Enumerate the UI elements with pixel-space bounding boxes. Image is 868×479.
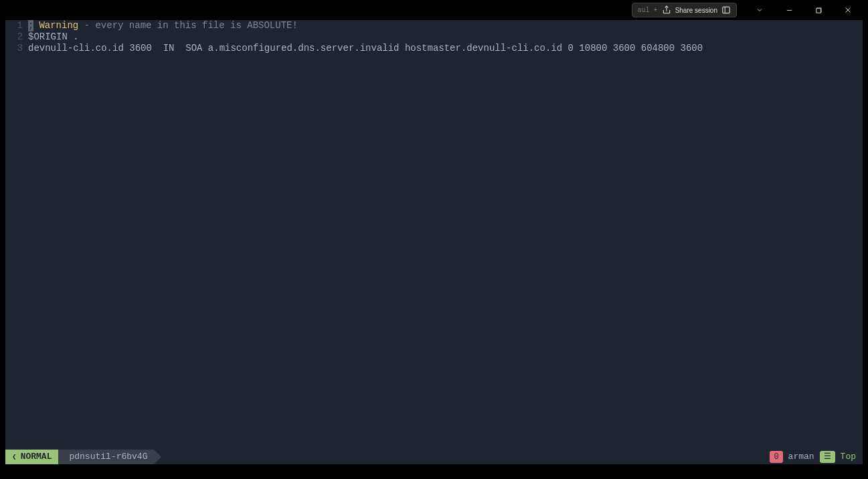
line-number: 3 — [5, 43, 28, 54]
share-session-button[interactable]: Share session — [675, 7, 717, 14]
user-name: arman — [788, 450, 814, 464]
mode-indicator: ❮ NORMAL — [5, 450, 58, 464]
editor-line[interactable]: 1 ; Warning - every name in this file is… — [5, 20, 863, 31]
line-number: 2 — [5, 31, 28, 43]
line-text: $ORIGIN . — [28, 31, 79, 43]
line-text: devnull-cli.co.id 3600 IN SOA a.misconfi… — [28, 43, 703, 54]
editor-pane[interactable]: 1 ; Warning - every name in this file is… — [5, 20, 863, 464]
mode-icon: ❮ — [12, 450, 17, 464]
error-count-badge: 0 — [770, 451, 782, 463]
position-badge: ☰ — [820, 451, 835, 463]
position-text: Top — [841, 450, 856, 464]
editor-line[interactable]: 3 devnull-cli.co.id 3600 IN SOA a.miscon… — [5, 43, 863, 54]
svg-rect-0 — [723, 7, 730, 13]
titlebar-share-group: aul + Share session — [632, 3, 737, 17]
editor-line[interactable]: 2 $ORIGIN . — [5, 31, 863, 43]
error-count: 0 — [774, 450, 778, 464]
share-icon[interactable] — [662, 5, 671, 15]
line-number: 1 — [5, 20, 28, 31]
close-button[interactable] — [833, 0, 863, 20]
position-icon: ☰ — [824, 450, 831, 464]
svg-rect-4 — [816, 8, 820, 12]
window-titlebar: aul + Share session — [0, 0, 868, 20]
minimize-button[interactable] — [774, 0, 804, 20]
status-line: ❮ NORMAL pdnsutil-r6bv4G 0 arman ☰ Top — [5, 450, 863, 464]
cursor: ; — [28, 20, 33, 31]
dropdown-button[interactable] — [745, 0, 774, 20]
window-controls — [745, 0, 863, 20]
panel-toggle-icon[interactable] — [721, 5, 731, 15]
maximize-button[interactable] — [804, 0, 833, 20]
mode-text: NORMAL — [21, 450, 52, 464]
line-text: ; Warning - every name in this file is A… — [28, 20, 298, 31]
filename-text: pdnsutil-r6bv4G — [69, 450, 147, 464]
editor-content[interactable]: 1 ; Warning - every name in this file is… — [5, 20, 863, 450]
filename-segment: pdnsutil-r6bv4G — [58, 450, 154, 464]
titlebar-hint: aul + — [638, 7, 658, 14]
